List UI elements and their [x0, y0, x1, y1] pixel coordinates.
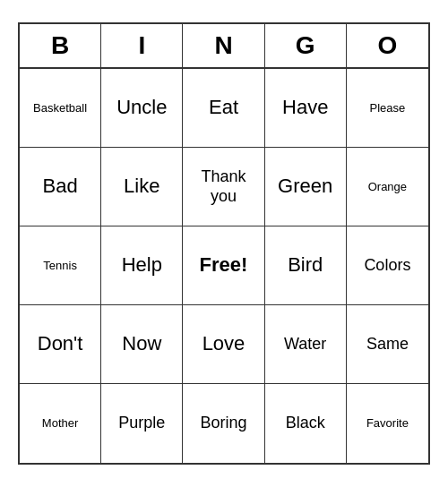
bingo-cell-22: Boring	[183, 384, 264, 463]
bingo-cell-3: Have	[265, 69, 347, 148]
cell-text-7: Thank you	[186, 167, 260, 206]
bingo-cell-14: Colors	[347, 226, 428, 305]
cell-text-23: Black	[286, 414, 325, 433]
bingo-cell-15: Don't	[20, 305, 101, 384]
cell-text-9: Orange	[368, 180, 407, 194]
bingo-cell-8: Green	[265, 148, 347, 226]
cell-text-2: Eat	[209, 96, 238, 119]
cell-text-4: Please	[370, 101, 406, 115]
header-letter-n: N	[183, 24, 264, 67]
cell-text-24: Favorite	[366, 416, 409, 431]
bingo-cell-6: Like	[101, 148, 183, 226]
cell-text-15: Don't	[38, 332, 83, 355]
header-letter-i: I	[101, 24, 183, 67]
bingo-cell-4: Please	[347, 69, 428, 148]
cell-text-17: Love	[202, 332, 246, 355]
bingo-cell-12: Free!	[183, 226, 264, 305]
cell-text-13: Bird	[288, 253, 323, 277]
bingo-cell-17: Love	[183, 305, 264, 384]
cell-text-22: Boring	[200, 414, 246, 433]
bingo-cell-2: Eat	[183, 69, 264, 148]
bingo-cell-11: Help	[101, 226, 183, 305]
bingo-cell-16: Now	[101, 305, 183, 384]
header-letter-g: G	[265, 24, 347, 67]
bingo-cell-20: Mother	[20, 384, 101, 463]
cell-text-11: Help	[122, 253, 162, 277]
bingo-header: BINGO	[20, 24, 428, 69]
cell-text-18: Water	[284, 335, 326, 355]
bingo-cell-21: Purple	[101, 384, 183, 463]
cell-text-0: Basketball	[33, 101, 87, 115]
bingo-cell-1: Uncle	[101, 69, 183, 148]
bingo-cell-7: Thank you	[183, 148, 264, 226]
cell-text-20: Mother	[42, 416, 78, 431]
bingo-cell-5: Bad	[20, 148, 101, 226]
cell-text-19: Same	[366, 335, 409, 355]
cell-text-3: Have	[282, 96, 328, 119]
bingo-cell-0: Basketball	[20, 69, 101, 148]
header-letter-o: O	[347, 24, 428, 67]
cell-text-14: Colors	[364, 256, 410, 276]
bingo-cell-24: Favorite	[347, 384, 428, 463]
cell-text-21: Purple	[118, 414, 165, 433]
bingo-cell-23: Black	[265, 384, 347, 463]
bingo-card: BINGO BasketballUncleEatHavePleaseBadLik…	[18, 22, 430, 465]
bingo-cell-10: Tennis	[20, 226, 101, 305]
cell-text-5: Bad	[43, 175, 78, 198]
bingo-cell-13: Bird	[265, 226, 347, 305]
header-letter-b: B	[20, 24, 101, 67]
bingo-cell-18: Water	[265, 305, 347, 384]
bingo-cell-19: Same	[347, 305, 428, 384]
cell-text-12: Free!	[200, 253, 248, 277]
cell-text-6: Like	[124, 175, 159, 198]
cell-text-16: Now	[122, 332, 161, 355]
bingo-cell-9: Orange	[347, 148, 428, 226]
bingo-grid: BasketballUncleEatHavePleaseBadLikeThank…	[20, 69, 428, 463]
cell-text-1: Uncle	[116, 96, 167, 119]
cell-text-8: Green	[278, 175, 332, 198]
cell-text-10: Tennis	[43, 259, 77, 273]
